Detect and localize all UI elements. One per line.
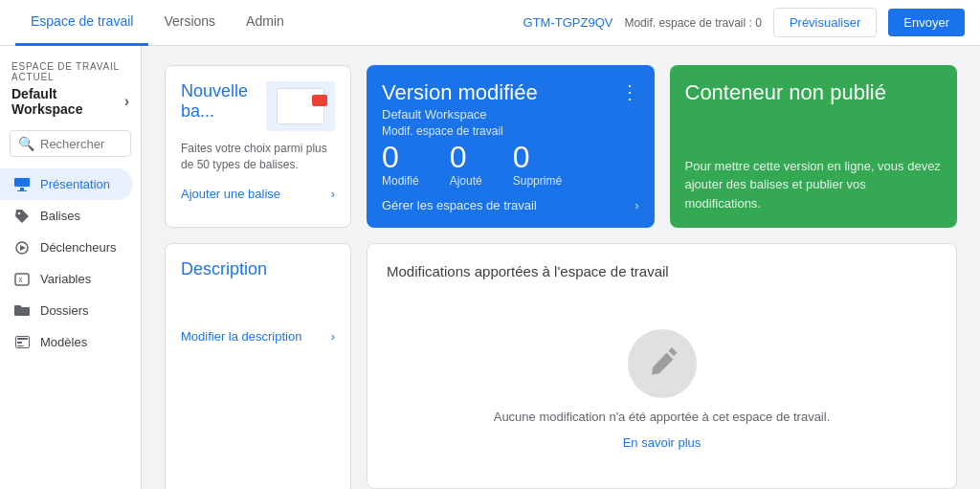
add-tag-link[interactable]: Ajouter une balise › <box>181 183 335 201</box>
card-version-stats: Modif. espace de travail 0 Modifié 0 Ajo… <box>382 124 639 188</box>
search-icon: 🔍 <box>18 136 34 151</box>
sidebar-item-label: Variables <box>40 272 91 286</box>
manage-workspaces-link[interactable]: Gérer les espaces de travail › <box>382 190 639 212</box>
card-version-title: Version modifiée <box>382 80 538 105</box>
card-unpublished-title: Conteneur non publié <box>685 80 943 105</box>
card-modifications: Modifications apportées à l'espace de tr… <box>367 243 957 489</box>
tag-icon <box>13 210 31 223</box>
stat-ajoute: 0 Ajouté <box>450 142 482 188</box>
stat-modifie: 0 Modifié <box>382 142 419 188</box>
three-dot-menu[interactable]: ⋮ <box>620 80 639 103</box>
search-box: 🔍 <box>10 130 131 157</box>
sidebar-item-declencheurs[interactable]: Déclencheurs <box>0 232 133 263</box>
card-new-tag-desc: Faites votre choix parmi plus de 50 type… <box>181 141 335 173</box>
sidebar-item-label: Modèles <box>40 335 87 349</box>
card-version: Version modifiée Default Workspace ⋮ Mod… <box>367 65 655 228</box>
svg-rect-1 <box>20 188 24 190</box>
edit-icon <box>645 346 679 381</box>
sidebar-item-presentation[interactable]: Présentation <box>0 168 133 200</box>
variable-icon: x <box>13 273 31 286</box>
sidebar-item-variables[interactable]: x Variables <box>0 263 133 295</box>
card-description-title: Description <box>181 259 335 279</box>
preview-button[interactable]: Prévisualiser <box>773 8 877 37</box>
card-modifications-title: Modifications apportées à l'espace de tr… <box>387 263 937 279</box>
card-new-tag: Nouvelle ba... Faites votre choix parmi … <box>165 65 351 228</box>
chevron-right-icon: › <box>124 93 129 110</box>
folder-icon <box>13 304 31 318</box>
card-unpublished-desc: Pour mettre cette version en ligne, vous… <box>685 157 943 213</box>
sidebar-item-label: Balises <box>40 209 80 223</box>
presentation-icon <box>13 178 31 191</box>
tag-inner <box>277 88 324 124</box>
tag-illustration <box>266 81 335 131</box>
trigger-icon <box>13 241 31 255</box>
main-layout: ESPACE DE TRAVAIL ACTUEL Default Workspa… <box>0 46 980 489</box>
svg-rect-10 <box>17 342 22 344</box>
stat-ajoute-label: Ajouté <box>450 174 482 188</box>
stat-label: Modif. espace de travail <box>382 124 639 138</box>
sidebar-item-modeles[interactable]: Modèles <box>0 326 133 358</box>
cards-right-col: Modifications apportées à l'espace de tr… <box>367 243 957 489</box>
chevron-right-icon: › <box>331 329 335 344</box>
tab-versions[interactable]: Versions <box>148 0 231 46</box>
search-input[interactable] <box>40 137 122 151</box>
svg-point-3 <box>18 211 20 213</box>
card-new-tag-header: Nouvelle ba... <box>181 81 335 131</box>
sidebar-item-dossiers[interactable]: Dossiers <box>0 295 133 326</box>
sidebar: ESPACE DE TRAVAIL ACTUEL Default Workspa… <box>0 46 142 489</box>
workspace-mod-label: Modif. espace de travail : 0 <box>624 16 761 30</box>
workspace-label: ESPACE DE TRAVAIL ACTUEL <box>11 61 129 82</box>
card-version-header: Version modifiée Default Workspace ⋮ <box>382 80 639 122</box>
card-description: Description Modifier la description › <box>165 243 351 489</box>
edit-description-link[interactable]: Modifier la description › <box>181 325 335 344</box>
workspace-section: ESPACE DE TRAVAIL ACTUEL Default Workspa… <box>0 54 141 122</box>
empty-icon <box>628 329 697 398</box>
svg-rect-9 <box>17 338 28 340</box>
tab-admin[interactable]: Admin <box>231 0 300 46</box>
svg-rect-11 <box>17 345 24 346</box>
svg-rect-2 <box>17 190 27 191</box>
card-unpublished: Conteneur non publié Pour mettre cette v… <box>670 65 958 228</box>
top-nav-tabs: Espace de travail Versions Admin <box>15 0 300 46</box>
svg-text:x: x <box>18 276 23 284</box>
empty-text: Aucune modification n'a été apportée à c… <box>494 410 831 424</box>
svg-rect-0 <box>14 178 30 187</box>
template-icon <box>13 336 31 349</box>
sidebar-item-label: Dossiers <box>40 303 89 318</box>
stat-supprime-label: Supprimé <box>513 174 562 188</box>
sidebar-item-label: Déclencheurs <box>40 240 117 255</box>
cards-row-1: Nouvelle ba... Faites votre choix parmi … <box>165 65 957 228</box>
sidebar-item-balises[interactable]: Balises <box>0 200 133 232</box>
card-version-subtitle: Default Workspace <box>382 107 538 122</box>
svg-marker-5 <box>20 245 26 251</box>
workspace-name[interactable]: Default Workspace › <box>11 84 129 119</box>
stat-modifie-label: Modifié <box>382 174 419 188</box>
stat-ajoute-num: 0 <box>450 142 482 172</box>
nav-items: Présentation Balises Déclencheurs x <box>0 165 141 489</box>
top-nav-right: GTM-TGPZ9QV Modif. espace de travail : 0… <box>523 8 965 37</box>
tab-workspace[interactable]: Espace de travail <box>15 0 148 46</box>
stat-supprime: 0 Supprimé <box>513 142 562 188</box>
top-nav: Espace de travail Versions Admin GTM-TGP… <box>0 0 980 46</box>
stat-modifie-num: 0 <box>382 142 419 172</box>
cards-row-2: Description Modifier la description › Mo… <box>165 243 957 489</box>
tag-bar <box>312 95 327 106</box>
card-new-tag-title: Nouvelle ba... <box>181 81 266 122</box>
stat-row: 0 Modifié 0 Ajouté 0 Supprimé <box>382 142 639 188</box>
stat-supprime-num: 0 <box>513 142 562 172</box>
main-content: Nouvelle ba... Faites votre choix parmi … <box>142 46 980 489</box>
sidebar-item-label: Présentation <box>40 177 110 191</box>
gtm-id: GTM-TGPZ9QV <box>523 15 613 30</box>
chevron-right-icon: › <box>635 198 638 212</box>
send-button[interactable]: Envoyer <box>888 9 965 36</box>
learn-more-link[interactable]: En savoir plus <box>623 435 702 450</box>
empty-state: Aucune modification n'a été apportée à c… <box>387 310 937 469</box>
chevron-right-icon: › <box>331 187 335 201</box>
